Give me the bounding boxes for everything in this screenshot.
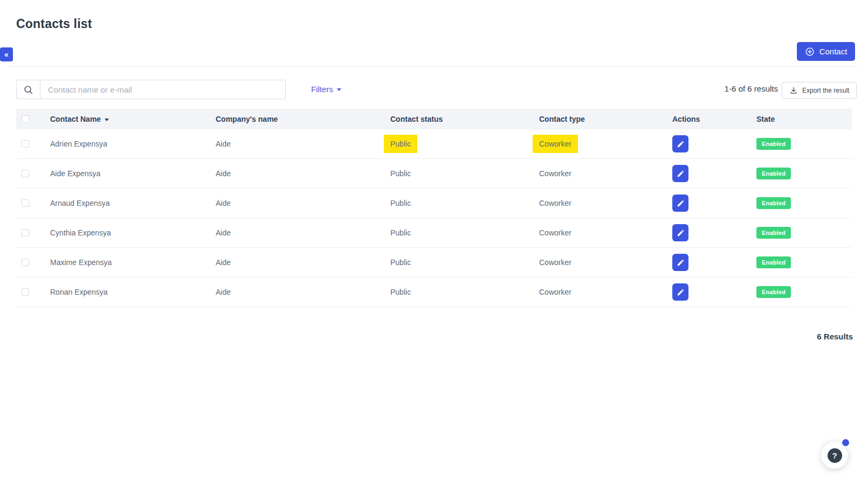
state-badge: Enabled — [756, 256, 791, 268]
contact-type-cell: Coworker — [539, 218, 672, 247]
contact-status-cell: Public — [390, 218, 539, 247]
chevron-down-icon — [337, 88, 341, 91]
export-results-button[interactable]: Export the result — [782, 82, 857, 99]
row-checkbox[interactable] — [22, 259, 29, 266]
row-select-cell — [16, 218, 50, 247]
row-select-cell — [16, 277, 50, 307]
plus-circle-icon — [805, 47, 815, 57]
contact-status-cell: Public — [390, 277, 539, 307]
export-label: Export the result — [802, 87, 849, 94]
pencil-icon — [677, 170, 685, 178]
table-row: Cynthia Expensya Aide Public Coworker En… — [16, 218, 852, 248]
company-name-cell: Aide — [216, 189, 390, 218]
company-name-cell: Aide — [216, 248, 390, 277]
actions-cell — [672, 248, 756, 277]
contact-name-cell: Ronan Expensya — [50, 277, 216, 307]
select-all-cell — [16, 109, 50, 129]
contact-name-cell: Aide Expensya — [50, 159, 216, 188]
pencil-icon — [677, 288, 685, 296]
page-title: Contacts list — [16, 17, 92, 31]
row-select-cell — [16, 129, 50, 158]
actions-cell — [672, 189, 756, 218]
edit-contact-button[interactable] — [672, 165, 688, 182]
edit-contact-button[interactable] — [672, 224, 688, 241]
row-select-cell — [16, 248, 50, 277]
contact-name-cell: Arnaud Expensya — [50, 189, 216, 218]
state-cell: Enabled — [756, 159, 852, 188]
results-summary: 6 Results — [817, 332, 853, 341]
collapse-sidebar-button[interactable]: « — [0, 47, 13, 61]
table-body: Adrien Expensya Aide Public Coworker Ena… — [16, 129, 852, 307]
state-cell: Enabled — [756, 248, 852, 277]
state-cell: Enabled — [756, 277, 852, 307]
pencil-icon — [677, 229, 685, 237]
contact-status-cell: Public — [390, 189, 539, 218]
row-select-cell — [16, 189, 50, 218]
contact-type-cell: Coworker — [539, 189, 672, 218]
edit-contact-button[interactable] — [672, 195, 688, 212]
column-header-contact-status: Contact status — [390, 109, 539, 129]
state-cell: Enabled — [756, 218, 852, 247]
add-contact-button[interactable]: Contact — [797, 42, 855, 61]
notification-dot — [842, 439, 849, 446]
column-header-state: State — [756, 109, 852, 129]
column-header-contact-name[interactable]: Contact Name — [50, 109, 216, 129]
edit-contact-button[interactable] — [672, 135, 688, 152]
contact-status-cell: Public — [390, 129, 539, 158]
help-button[interactable]: ? — [821, 442, 848, 469]
contact-name-cell: Maxime Expensya — [50, 248, 216, 277]
contact-type-cell: Coworker — [539, 129, 672, 158]
state-badge: Enabled — [756, 197, 791, 209]
actions-cell — [672, 218, 756, 247]
chevron-double-left-icon: « — [4, 51, 9, 58]
table-row: Arnaud Expensya Aide Public Coworker Ena… — [16, 189, 852, 218]
row-checkbox[interactable] — [22, 199, 29, 207]
column-header-contact-type: Contact type — [539, 109, 672, 129]
divider — [8, 66, 859, 67]
actions-cell — [672, 159, 756, 188]
contact-type-cell: Coworker — [539, 159, 672, 188]
row-checkbox[interactable] — [22, 288, 29, 296]
actions-cell — [672, 129, 756, 158]
contact-type-cell: Coworker — [539, 248, 672, 277]
company-name-cell: Aide — [216, 159, 390, 188]
edit-contact-button[interactable] — [672, 254, 688, 271]
column-header-company-s-name: Company's name — [216, 109, 390, 129]
pencil-icon — [677, 199, 685, 207]
results-count: 1-6 of 6 results — [725, 84, 778, 93]
pencil-icon — [677, 259, 685, 267]
download-icon — [789, 86, 798, 95]
state-cell: Enabled — [756, 129, 852, 158]
search-input[interactable] — [40, 80, 285, 99]
select-all-checkbox[interactable] — [22, 115, 29, 123]
row-select-cell — [16, 159, 50, 188]
filters-dropdown[interactable]: Filters — [311, 85, 341, 94]
table-row: Aide Expensya Aide Public Coworker Enabl… — [16, 159, 852, 189]
row-checkbox[interactable] — [22, 140, 29, 148]
search-icon[interactable] — [17, 80, 40, 99]
row-checkbox[interactable] — [22, 229, 29, 237]
company-name-cell: Aide — [216, 218, 390, 247]
contact-status-cell: Public — [390, 248, 539, 277]
state-badge: Enabled — [756, 227, 791, 239]
company-name-cell: Aide — [216, 277, 390, 307]
search-box — [16, 80, 286, 99]
add-contact-label: Contact — [819, 47, 848, 56]
sort-desc-icon — [105, 119, 109, 121]
pencil-icon — [677, 140, 685, 148]
contact-status-cell: Public — [390, 159, 539, 188]
state-cell: Enabled — [756, 189, 852, 218]
table-header-row: Contact NameCompany's nameContact status… — [16, 109, 852, 129]
company-name-cell: Aide — [216, 129, 390, 158]
question-mark-icon: ? — [828, 448, 842, 463]
table-row: Ronan Expensya Aide Public Coworker Enab… — [16, 277, 852, 307]
state-badge: Enabled — [756, 138, 791, 150]
edit-contact-button[interactable] — [672, 283, 688, 301]
state-badge: Enabled — [756, 168, 791, 179]
contact-name-cell: Cynthia Expensya — [50, 218, 216, 247]
row-checkbox[interactable] — [22, 170, 29, 177]
state-badge: Enabled — [756, 286, 791, 298]
table-row: Adrien Expensya Aide Public Coworker Ena… — [16, 129, 852, 159]
filters-label: Filters — [311, 85, 333, 94]
column-header-actions: Actions — [672, 109, 756, 129]
